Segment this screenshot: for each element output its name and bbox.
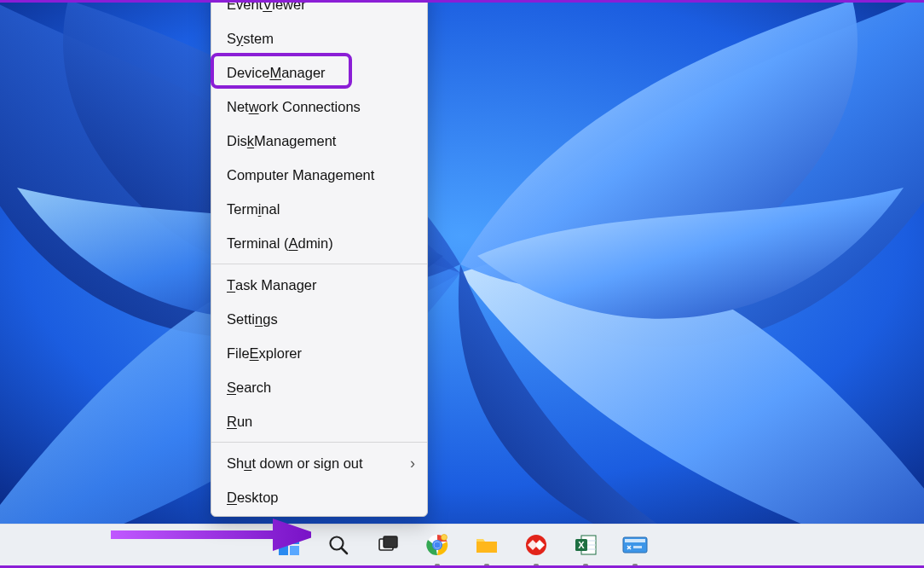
svg-rect-1 — [279, 535, 288, 544]
svg-rect-23 — [633, 546, 642, 548]
desktop-wallpaper — [0, 0, 924, 525]
menu-item-device-manager[interactable]: Device Manager — [211, 55, 427, 90]
winx-context-menu[interactable]: Event ViewerSystemDevice ManagerNetwork … — [211, 0, 428, 517]
chrome-button[interactable] — [420, 530, 454, 564]
menu-item-terminal[interactable]: Terminal — [211, 192, 427, 226]
search-button[interactable] — [321, 530, 355, 564]
run-button[interactable] — [618, 530, 652, 564]
run-icon — [622, 535, 648, 559]
chrome-icon — [425, 533, 449, 560]
file-explorer-button[interactable] — [470, 530, 504, 564]
taskbar: X — [0, 524, 924, 568]
menu-item-disk-management[interactable]: Disk Management — [211, 124, 427, 158]
excel-icon: X — [574, 533, 598, 560]
svg-point-13 — [442, 534, 448, 540]
menu-item-settings[interactable]: Settings — [211, 302, 427, 336]
svg-line-6 — [342, 548, 347, 554]
menu-item-desktop[interactable]: Desktop — [211, 480, 427, 514]
svg-rect-2 — [290, 535, 299, 544]
menu-item-file-explorer[interactable]: File Explorer — [211, 336, 427, 370]
menu-item-network-connections[interactable]: Network Connections — [211, 90, 427, 124]
folder-icon — [475, 534, 499, 559]
menu-item-computer-management[interactable]: Computer Management — [211, 158, 427, 192]
svg-rect-22 — [625, 539, 645, 542]
anydesk-button[interactable] — [519, 530, 553, 564]
menu-item-terminal-admin[interactable]: Terminal (Admin) — [211, 226, 427, 260]
task-view-button[interactable] — [371, 530, 405, 564]
svg-point-12 — [434, 542, 441, 548]
svg-rect-4 — [290, 546, 299, 555]
svg-text:X: X — [578, 540, 585, 550]
search-icon — [327, 534, 349, 559]
menu-item-system[interactable]: System — [211, 21, 427, 55]
menu-item-run[interactable]: Run — [211, 404, 427, 438]
excel-button[interactable]: X — [569, 530, 603, 564]
menu-item-event-viewer[interactable]: Event Viewer — [211, 0, 427, 21]
menu-separator — [211, 264, 427, 264]
svg-rect-8 — [384, 536, 397, 548]
start-button[interactable] — [272, 530, 306, 564]
menu-item-search[interactable]: Search — [211, 370, 427, 404]
svg-rect-3 — [279, 546, 288, 555]
taskview-icon — [377, 534, 399, 559]
windows-icon — [277, 533, 301, 560]
menu-item-shut-down-sign-out[interactable]: Shut down or sign out — [211, 446, 427, 480]
menu-separator — [211, 442, 427, 443]
annotation-border-top — [0, 0, 924, 3]
anydesk-icon — [524, 533, 548, 560]
menu-item-task-manager[interactable]: Task Manager — [211, 268, 427, 302]
